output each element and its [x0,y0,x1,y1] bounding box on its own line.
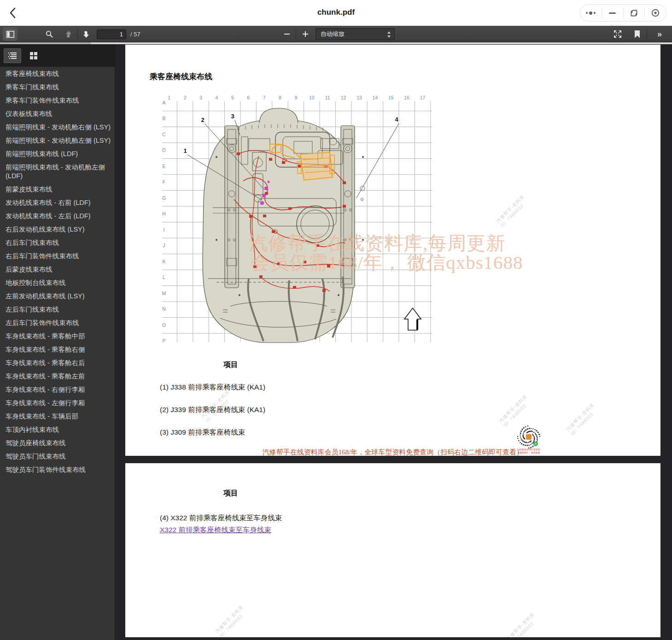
outline-item[interactable]: 前端照明线束布线 - 发动机舱左侧 (LDF) [6,163,111,180]
next-page-button[interactable] [79,28,93,41]
zoom-level-value: 自动缩放 [321,30,345,38]
svg-text:6: 6 [247,95,250,100]
window-titlebar: chunk.pdf [0,0,672,26]
arrow-down-icon [82,30,90,38]
svg-text:E: E [162,163,165,169]
svg-text:1: 1 [168,95,170,100]
outline-item[interactable]: 驾驶员座椅线束布线 [6,439,111,448]
qr-caption: 扫码查询全球车型资料 [509,448,548,451]
find-button[interactable] [42,28,56,41]
svg-text:N: N [162,306,166,312]
outline-item[interactable]: 乘客座椅线束布线 [6,70,111,78]
outline-item[interactable]: 乘客车门线束布线 [6,83,111,92]
outline-item[interactable]: 左后车门装饰件线束布线 [6,319,111,327]
legend-item: (1) J338 前排乘客座椅线束 (KA1) [160,383,265,392]
outline-item[interactable]: 前端照明线束 - 发动机舱右侧 (LSY) [6,123,111,132]
dots-icon [586,12,596,15]
thumbnails-view-button[interactable] [25,48,42,63]
page-number-input[interactable] [97,29,126,39]
bookmark-button[interactable] [630,28,644,41]
outline-item[interactable]: 乘客车门装饰件线束布线 [6,96,111,105]
sidebar-toggle-button[interactable] [3,28,17,41]
svg-text:1: 1 [183,147,187,154]
double-chevron-icon: » [657,29,661,39]
outline-item[interactable]: 车身线束布线 - 乘客舱右侧 [6,345,111,354]
svg-text:8: 8 [279,95,281,100]
close-button[interactable] [645,5,666,21]
qr-code-stamp [516,424,542,450]
sidebar-view-toolbar [0,44,115,67]
svg-text:2: 2 [201,116,204,123]
more-menu-button[interactable] [580,5,602,21]
minimize-button[interactable] [602,5,623,21]
restore-icon [630,9,638,17]
more-tools-button[interactable]: » [652,28,666,41]
zoom-in-button[interactable] [298,28,312,41]
svg-text:J: J [163,243,165,248]
toolbar-divider [296,29,296,39]
pdf-viewer-area[interactable]: 乘客座椅线束布线 1234567891011121314151617ABCDEF… [115,44,672,640]
window-controls-capsule [580,4,666,22]
outline-item[interactable]: 车身线束布线 - 乘客舱右后 [6,359,111,367]
outline-item[interactable]: 左后车门线束布线 [6,305,111,314]
sidebar-icon [6,31,14,38]
sidebar: 乘客座椅线束布线 乘客车门线束布线 乘客车门装饰件线束布线 仪表板线束布线 前端… [0,44,115,640]
svg-text:13: 13 [356,95,362,100]
pdf-page-2: 项目 (4) X322 前排乘客座椅线束至车身线束 X322 前排乘客座椅线束至… [125,463,660,637]
outline-item[interactable]: 前蒙皮线束布线 [6,185,111,194]
id-watermark: 汽修帮手-资料库ID: 7496002 [505,611,540,637]
outline-item[interactable]: 右后车门装饰件线束布线 [6,252,111,261]
outline-item[interactable]: 车身线束布线 - 乘客舱中部 [6,332,111,341]
page-count-label: / 57 [130,31,140,38]
legend-item: (2) J339 前排乘客座椅线束 (KA1) [160,405,265,415]
outline-item[interactable]: 发动机线束布线 - 右前 (LDF) [6,198,111,207]
target-icon [651,9,660,17]
id-watermark: 汽修帮手-资料库ID: 7496002 [214,604,249,637]
outline-item[interactable]: 车身线束布线 - 右侧行李厢 [6,385,111,394]
outline-item[interactable]: 驾驶员车门线束布线 [6,452,111,461]
search-icon [46,30,53,38]
outline-item[interactable]: 右后发动机线束布线 (LSY) [6,225,111,234]
restore-button[interactable] [624,5,645,21]
outline-item[interactable]: 右后车门线束布线 [6,239,111,247]
outline-item[interactable]: 地板控制台线束布线 [6,279,111,287]
pdf-viewer-window: chunk.pdf [0,0,672,640]
svg-text:7: 7 [263,95,266,100]
svg-text:M: M [162,291,166,296]
zoom-out-button[interactable] [280,28,294,41]
outline-item[interactable]: 后蒙皮线束布线 [6,265,111,274]
outline-item[interactable]: 车身线束布线 - 左侧行李厢 [6,399,111,407]
toolbar-divider [647,29,647,39]
bookmark-icon [634,30,640,38]
svg-text:A: A [162,100,165,105]
svg-text:11: 11 [325,95,330,100]
zoom-level-select[interactable]: 自动缩放 [316,28,395,40]
plus-icon [303,31,308,37]
outline-item[interactable]: 仪表板线束布线 [6,110,111,118]
svg-text:10: 10 [309,95,315,100]
presentation-mode-button[interactable] [611,28,625,41]
outline-item[interactable]: 前端照明线束 - 发动机舱左侧 (LSY) [6,136,111,145]
previous-page-button[interactable] [62,28,76,41]
svg-text:3: 3 [231,113,234,120]
svg-text:4: 4 [215,95,218,100]
outline-item[interactable]: 车身线束布线 - 车辆后部 [6,412,111,421]
svg-text:G: G [162,195,166,201]
select-arrows-icon [387,31,391,40]
document-outline: 乘客座椅线束布线 乘客车门线束布线 乘客车门装饰件线束布线 仪表板线束布线 前端… [0,67,115,640]
outline-item[interactable]: 驾驶员车门装饰件线束布线 [6,465,111,474]
svg-text:2: 2 [184,95,187,100]
outline-view-button[interactable] [4,48,21,63]
items-section-heading: 项目 [223,360,238,370]
outline-item[interactable]: 车顶内衬线束布线 [6,425,111,434]
outline-item[interactable]: 发动机线束布线 - 左后 (LDF) [6,212,111,221]
outline-item[interactable]: 左前发动机线束布线 (LSY) [6,292,111,301]
harness-link[interactable]: X322 前排乘客座椅线束至车身线束 [160,525,271,535]
svg-text:16: 16 [404,95,409,100]
svg-text:K: K [162,259,165,264]
svg-text:L: L [163,274,165,280]
outline-item[interactable]: 前端照明线束布线 (LDF) [6,150,111,158]
outline-item[interactable]: 车身线束布线 - 乘客舱左前 [6,372,111,381]
svg-text:14: 14 [373,95,378,100]
document-title: chunk.pdf [0,8,672,17]
